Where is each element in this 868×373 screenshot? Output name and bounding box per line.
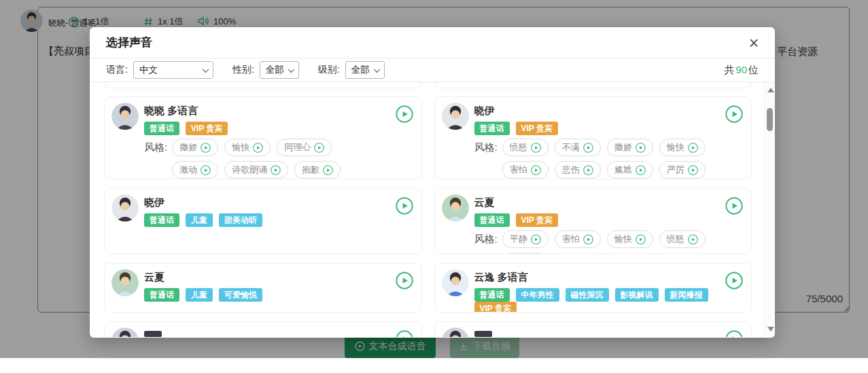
play-voice-button[interactable]	[725, 330, 743, 337]
style-chip-label: 愉快	[667, 141, 684, 154]
style-chip-label: 害怕	[510, 164, 527, 176]
play-icon	[688, 234, 698, 245]
style-chip[interactable]: 激动	[172, 161, 218, 179]
voice-tag: 可爱愉悦	[219, 288, 262, 302]
style-chip[interactable]: 悲伤	[502, 253, 549, 254]
select-voice-dialog: 选择声音 × 语言: 中文 性别: 全部 级别: 全部 共90位 晓晓 多语言	[90, 27, 775, 338]
voice-name-cutoff	[474, 331, 492, 337]
play-voice-button[interactable]	[396, 197, 413, 215]
style-chip-label: 诗歌朗诵	[232, 164, 267, 176]
voice-card[interactable]: 云夏 普通话儿童可爱愉悦	[104, 263, 422, 313]
play-icon	[725, 197, 743, 215]
voice-info: 晓伊 普通话儿童甜美动听	[144, 196, 390, 227]
style-chip[interactable]: 诗歌朗诵	[224, 161, 288, 179]
voice-tag: 磁性深沉	[566, 288, 609, 302]
play-icon	[725, 272, 743, 289]
scroll-down-arrow-icon[interactable]	[767, 327, 774, 332]
voice-avatar	[111, 194, 139, 221]
voice-tag: VIP 贵宾	[516, 213, 558, 227]
style-chip[interactable]: 愉快	[607, 230, 653, 248]
play-voice-button[interactable]	[725, 272, 743, 289]
style-chip-label: 严厉	[667, 164, 684, 176]
style-chip[interactable]: 害怕	[555, 230, 601, 248]
style-chip-label: 尴尬	[614, 164, 632, 176]
play-voice-button[interactable]	[725, 105, 743, 123]
voice-tag: 普通话	[144, 122, 179, 135]
voice-card[interactable]: 晓晓 多语言 普通话VIP 贵宾 风格: 撒娇 愉快 同理心 激动 诗歌朗诵 抱…	[104, 96, 422, 179]
voice-tags: 普通话VIP 贵宾	[144, 122, 390, 135]
style-chip[interactable]: 愉快	[224, 139, 271, 156]
play-icon	[271, 165, 281, 175]
style-chip[interactable]: 愤怒	[659, 230, 706, 248]
style-chip[interactable]: 愉快	[659, 139, 706, 156]
style-chips: 愤怒 不满 撒娇 愉快 害怕 悲伤 尴尬 严厉 温柔	[502, 139, 720, 179]
play-voice-button[interactable]	[396, 105, 413, 123]
voice-styles-row: 风格: 平静 害怕 愉快 愤怒 悲伤	[474, 230, 721, 254]
voice-name: 云夏	[144, 270, 390, 284]
style-chip[interactable]: 平静	[502, 230, 549, 248]
style-chip[interactable]: 不满	[555, 139, 601, 156]
total-voices-count: 共90位	[724, 64, 759, 77]
scrollbar-thumb[interactable]	[767, 108, 773, 131]
voice-info: 晓伊 普通话VIP 贵宾 风格: 愤怒 不满 撒娇 愉快 害怕 悲伤 尴尬 严厉…	[474, 104, 721, 179]
voice-card[interactable]: 云逸 多语言 普通话中年男性磁性深沉影视解说新闻播报VIP 贵宾	[434, 263, 752, 313]
close-icon[interactable]: ×	[744, 33, 764, 53]
style-chip[interactable]: 悲伤	[555, 161, 601, 179]
language-select[interactable]: 中文	[133, 61, 213, 79]
language-select-value: 中文	[139, 64, 158, 76]
voice-card[interactable]: 云夏 普通话VIP 贵宾 风格: 平静 害怕 愉快 愤怒 悲伤	[434, 188, 752, 254]
style-chip[interactable]: 抱歉	[294, 161, 341, 179]
play-icon	[323, 165, 333, 175]
voice-tag: 儿童	[186, 288, 213, 302]
style-chip[interactable]: 愤怒	[502, 139, 549, 156]
chevron-down-icon	[373, 66, 380, 73]
play-voice-button[interactable]	[396, 272, 413, 289]
voice-tag: VIP 贵宾	[186, 122, 228, 135]
voice-info: 云逸 多语言 普通话中年男性磁性深沉影视解说新闻播报VIP 贵宾	[474, 270, 721, 313]
style-chip[interactable]: 尴尬	[607, 161, 653, 179]
play-icon	[583, 143, 593, 153]
voice-name: 晓伊	[144, 196, 390, 209]
style-chip-label: 抱歉	[302, 164, 319, 176]
play-icon	[636, 165, 646, 175]
style-chip[interactable]: 严厉	[659, 161, 706, 179]
total-number: 90	[734, 64, 748, 75]
gender-select[interactable]: 全部	[260, 61, 299, 79]
total-prefix: 共	[724, 64, 734, 75]
style-chip[interactable]: 害怕	[502, 161, 549, 179]
style-chip[interactable]: 同理心	[277, 139, 332, 156]
level-select[interactable]: 全部	[345, 61, 385, 79]
scrollbar[interactable]	[764, 82, 775, 337]
style-chip[interactable]: 撒娇	[607, 139, 653, 156]
voice-styles-row: 风格: 撒娇 愉快 同理心 激动 诗歌朗诵 抱歉 故事	[144, 139, 390, 179]
voice-card-partial[interactable]	[104, 321, 422, 337]
total-suffix: 位	[748, 64, 759, 75]
voice-info: 云夏 普通话VIP 贵宾 风格: 平静 害怕 愉快 愤怒 悲伤	[474, 196, 721, 254]
voice-tag: 中年男性	[516, 288, 559, 302]
voice-avatar	[111, 269, 139, 296]
voice-styles-row: 风格: 愤怒 不满 撒娇 愉快 害怕 悲伤 尴尬 严厉 温柔	[474, 139, 721, 179]
play-voice-button[interactable]	[725, 197, 743, 215]
voice-tag: 新闻播报	[665, 288, 708, 302]
play-icon	[396, 330, 413, 337]
scrolled-card-remnant	[434, 82, 752, 88]
dialog-title: 选择声音	[106, 35, 152, 50]
style-chip-label: 激动	[179, 164, 197, 176]
scroll-up-arrow-icon[interactable]	[767, 88, 774, 92]
style-chips: 撒娇 愉快 同理心 激动 诗歌朗诵 抱歉 故事	[172, 139, 389, 179]
style-label: 风格:	[144, 139, 167, 179]
voice-tag: 普通话	[474, 213, 510, 227]
scrolled-card-remnants	[104, 82, 752, 88]
voice-tags: 普通话儿童可爱愉悦	[144, 288, 390, 302]
voice-name: 晓伊	[474, 104, 721, 118]
voice-card[interactable]: 晓伊 普通话VIP 贵宾 风格: 愤怒 不满 撒娇 愉快 害怕 悲伤 尴尬 严厉…	[434, 96, 752, 179]
voice-card-partial[interactable]	[434, 321, 752, 337]
voice-tag: 普通话	[474, 122, 510, 135]
play-icon	[725, 330, 743, 337]
voice-scroll-area: 晓晓 多语言 普通话VIP 贵宾 风格: 撒娇 愉快 同理心 激动 诗歌朗诵 抱…	[90, 82, 775, 337]
play-icon	[688, 165, 698, 175]
voice-card[interactable]: 晓伊 普通话儿童甜美动听	[104, 188, 422, 254]
scrolled-card-remnant	[104, 82, 422, 88]
play-voice-button[interactable]	[396, 330, 413, 337]
style-chip[interactable]: 撒娇	[172, 139, 218, 156]
